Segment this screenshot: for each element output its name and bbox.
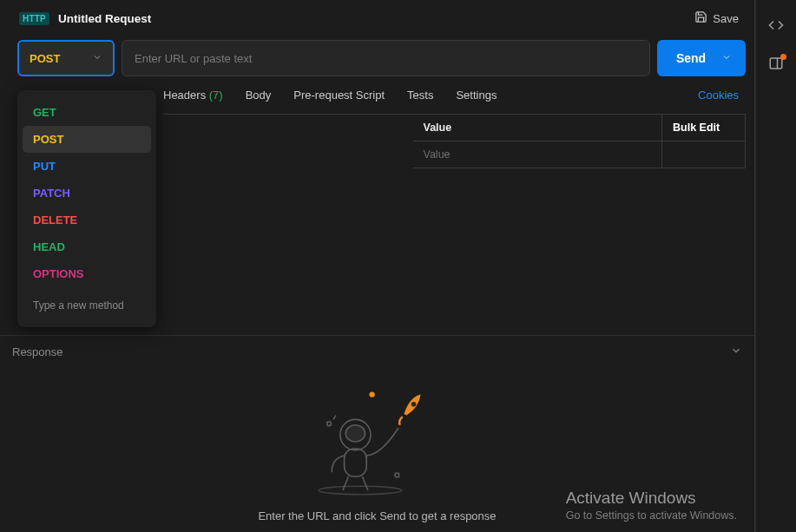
tab-headers[interactable]: Headers (7) xyxy=(163,89,223,102)
svg-point-2 xyxy=(345,425,365,442)
save-button[interactable]: Save xyxy=(694,10,739,26)
tab-headers-label: Headers xyxy=(163,89,206,102)
method-option-put[interactable]: PUT xyxy=(23,153,151,180)
method-option-get[interactable]: GET xyxy=(23,99,151,126)
tab-settings[interactable]: Settings xyxy=(456,89,497,102)
method-current: POST xyxy=(30,52,60,65)
method-option-patch[interactable]: PATCH xyxy=(23,180,151,207)
send-label: Send xyxy=(676,51,706,65)
method-dropdown: GETPOSTPUTPATCHDELETEHEADOPTIONSType a n… xyxy=(17,90,156,327)
save-icon xyxy=(694,10,707,26)
url-input[interactable] xyxy=(122,40,650,76)
chevron-down-icon xyxy=(721,51,732,65)
notification-dot xyxy=(780,54,786,60)
response-collapse-toggle[interactable] xyxy=(730,345,742,359)
tab-headers-count: (7) xyxy=(209,89,223,102)
svg-point-5 xyxy=(395,473,399,477)
watermark-line2: Go to Settings to activate Windows. xyxy=(566,509,737,522)
sidebar-panel-icon[interactable] xyxy=(768,56,784,71)
svg-point-6 xyxy=(411,402,416,407)
response-title: Response xyxy=(12,345,63,358)
method-option-options[interactable]: OPTIONS xyxy=(23,260,151,287)
windows-activation-watermark: Activate Windows Go to Settings to activ… xyxy=(566,489,737,522)
code-icon[interactable] xyxy=(768,17,784,33)
method-option-post[interactable]: POST xyxy=(23,126,151,153)
tab-prerequest[interactable]: Pre-request Script xyxy=(293,89,385,102)
astronaut-illustration xyxy=(308,385,447,501)
svg-rect-3 xyxy=(344,449,366,476)
svg-point-7 xyxy=(369,391,374,397)
http-badge: HTTP xyxy=(19,12,49,25)
value-cell[interactable]: Value xyxy=(413,141,663,168)
response-empty-message: Enter the URL and click Send to get a re… xyxy=(258,509,496,522)
col-value-header: Value xyxy=(413,115,663,141)
save-label: Save xyxy=(713,12,739,25)
watermark-line1: Activate Windows xyxy=(566,489,737,508)
svg-point-0 xyxy=(319,486,402,495)
request-title: Untitled Request xyxy=(58,12,151,25)
svg-point-4 xyxy=(326,422,331,426)
row-actions xyxy=(662,141,746,168)
method-new-hint[interactable]: Type a new method xyxy=(23,287,151,315)
chevron-down-icon xyxy=(92,52,102,65)
method-select[interactable]: POST xyxy=(17,40,115,76)
tab-body[interactable]: Body xyxy=(246,89,272,102)
cookies-link[interactable]: Cookies xyxy=(698,89,739,102)
method-option-delete[interactable]: DELETE xyxy=(23,207,151,233)
svg-rect-8 xyxy=(770,58,782,69)
bulk-edit-button[interactable]: Bulk Edit xyxy=(662,115,746,141)
send-button[interactable]: Send xyxy=(657,40,746,76)
method-option-head[interactable]: HEAD xyxy=(23,233,151,260)
tab-tests[interactable]: Tests xyxy=(407,89,433,102)
